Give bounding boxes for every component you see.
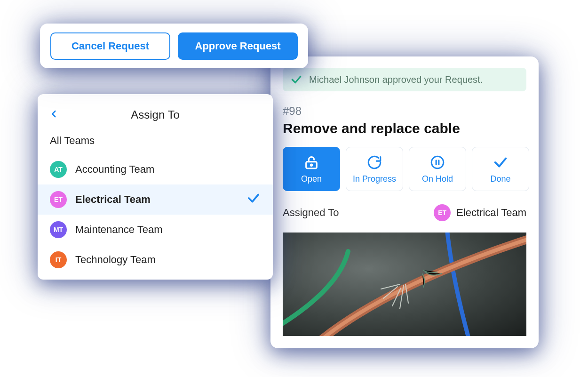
- team-avatar: IT: [50, 251, 67, 268]
- chevron-left-icon: [50, 107, 58, 120]
- assign-to-header: Assign To: [38, 106, 273, 132]
- work-order-title: Remove and replace cable: [283, 120, 526, 136]
- cancel-request-label: Cancel Request: [72, 40, 149, 52]
- team-name: Maintenance Team: [75, 224, 163, 236]
- team-avatar: ET: [434, 204, 451, 221]
- approve-request-button[interactable]: Approve Request: [178, 32, 298, 60]
- request-actions-card: Cancel Request Approve Request: [40, 24, 308, 68]
- team-name: Accounting Team: [75, 163, 154, 176]
- team-row-accounting[interactable]: AT Accounting Team: [38, 154, 273, 184]
- cancel-request-button[interactable]: Cancel Request: [50, 32, 170, 60]
- status-on-hold-button[interactable]: On Hold: [409, 147, 466, 191]
- status-done-button[interactable]: Done: [472, 147, 529, 191]
- assign-to-panel: Assign To All Teams AT Accounting Team E…: [38, 94, 273, 280]
- assigned-to-row: Assigned To ET Electrical Team: [283, 204, 526, 221]
- work-order-id: #98: [283, 104, 526, 118]
- approval-notification: Michael Johnson approved your Request.: [283, 68, 526, 91]
- team-name: Technology Team: [75, 254, 156, 266]
- selected-check-icon: [246, 191, 261, 208]
- assign-to-title: Assign To: [131, 108, 180, 121]
- team-row-maintenance[interactable]: MT Maintenance Team: [38, 215, 273, 245]
- approve-request-label: Approve Request: [195, 40, 280, 52]
- assigned-to-value[interactable]: ET Electrical Team: [434, 204, 526, 221]
- status-in-progress-button[interactable]: In Progress: [346, 147, 403, 191]
- back-button[interactable]: [50, 107, 58, 123]
- cable-photo-icon: [283, 233, 526, 336]
- progress-icon: [366, 154, 382, 170]
- team-avatar: ET: [50, 191, 67, 208]
- work-order-detail-panel: Michael Johnson approved your Request. #…: [270, 56, 539, 348]
- approval-notification-text: Michael Johnson approved your Request.: [309, 74, 483, 85]
- team-avatar: AT: [50, 161, 67, 178]
- team-name: Electrical Team: [456, 207, 526, 219]
- assigned-to-label: Assigned To: [283, 207, 339, 219]
- unlock-icon: [303, 154, 319, 170]
- status-label: In Progress: [353, 174, 396, 184]
- status-open-button[interactable]: Open: [283, 147, 340, 191]
- pause-icon: [429, 154, 445, 170]
- status-row: Open In Progress On Hold Done: [283, 147, 526, 191]
- team-row-electrical[interactable]: ET Electrical Team: [38, 184, 273, 215]
- svg-point-1: [310, 164, 312, 165]
- svg-point-2: [431, 156, 444, 168]
- team-row-technology[interactable]: IT Technology Team: [38, 245, 273, 275]
- status-label: Done: [490, 174, 510, 184]
- team-avatar: MT: [50, 221, 67, 238]
- all-teams-label: All Teams: [38, 132, 273, 154]
- check-icon: [290, 73, 302, 86]
- attachment-image[interactable]: [283, 233, 526, 336]
- check-icon: [493, 154, 509, 170]
- status-label: On Hold: [422, 174, 453, 184]
- team-name: Electrical Team: [75, 193, 151, 206]
- status-label: Open: [301, 174, 322, 184]
